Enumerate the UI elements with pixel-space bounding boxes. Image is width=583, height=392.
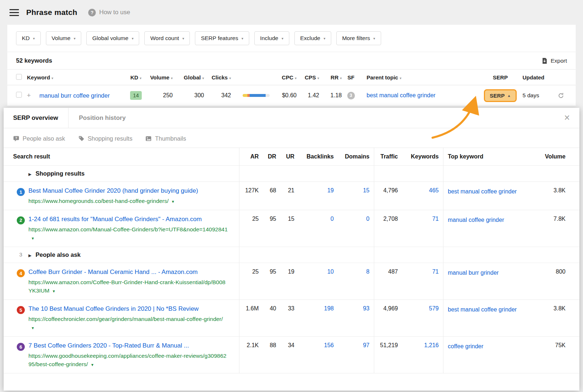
help-icon[interactable]: ? <box>88 9 96 16</box>
column-sf[interactable]: SF <box>342 74 360 81</box>
keywords-link[interactable]: 1,216 <box>402 337 443 373</box>
filter-include[interactable]: Include▾ <box>254 31 289 45</box>
filter-bar: KD▾Volume▾Global volume▾Word count▾SERP … <box>7 25 576 52</box>
tab-position-history[interactable]: Position history <box>69 108 125 128</box>
result-title-link[interactable]: Coffee Burr Grinder - Manual Ceramic Han… <box>28 268 198 275</box>
dr-value: 68 <box>263 182 281 210</box>
filter-kd[interactable]: KD▾ <box>16 31 41 45</box>
toggle-shopping-results[interactable]: Shopping results <box>78 135 133 142</box>
column-clicks[interactable]: Clicks▾ <box>204 74 231 81</box>
column-kd[interactable]: KD▾ <box>126 74 146 81</box>
kd-badge: 14 <box>130 91 142 100</box>
column-serp-volume: Volume <box>539 148 570 165</box>
filter-more-filters[interactable]: More filters▾ <box>336 31 381 45</box>
position-badge-cell: 4 <box>13 263 28 299</box>
column-keywords: Keywords <box>402 148 443 165</box>
result-url-text: https://www.amazon.com/Manual-Coffee-Gri… <box>28 226 228 232</box>
section-position <box>13 166 28 181</box>
column-keyword[interactable]: Keyword▾ <box>23 74 126 81</box>
domains-link[interactable]: 8 <box>338 263 374 299</box>
keywords-link[interactable]: 465 <box>402 182 443 210</box>
sort-caret-icon: ▾ <box>51 76 53 80</box>
result-url: https://www.homegrounds.co/best-hand-cof… <box>28 197 229 205</box>
expand-triangle-icon: ▶ <box>28 172 31 176</box>
export-button[interactable]: Export <box>542 58 567 64</box>
column-cpc[interactable]: CPC▾ <box>270 74 297 81</box>
toggle-label: Thumbnails <box>155 135 186 142</box>
column-cps[interactable]: CPS▾ <box>297 74 319 81</box>
serp-result-row-6: 67 Best Coffee Grinders 2020 - Top-Rated… <box>4 337 579 373</box>
select-all-checkbox[interactable] <box>16 74 22 80</box>
chevron-down-icon: ▾ <box>324 36 325 40</box>
backlinks-link[interactable]: 156 <box>299 337 338 373</box>
column-rr[interactable]: RR▾ <box>319 74 342 81</box>
column-backlinks: Backlinks <box>299 148 338 165</box>
column-parent-topic[interactable]: Parent topic▾ <box>360 74 478 81</box>
column-global[interactable]: Global▾ <box>173 74 204 81</box>
dr-value: 88 <box>263 337 281 373</box>
serp-result-row-2: 21-24 of 681 results for "Manual Coffee … <box>4 210 579 247</box>
search-result-cell: The 10 Best Manual Coffee Grinders in 20… <box>28 300 239 336</box>
menu-icon[interactable] <box>9 9 19 16</box>
ur-value: 21 <box>281 182 299 210</box>
chevron-down-icon: ▾ <box>373 36 375 40</box>
result-title-link[interactable]: The 10 Best Manual Coffee Grinders in 20… <box>28 305 199 312</box>
top-keyword-link[interactable]: coffee grinder <box>448 342 484 350</box>
filter-label: Word count <box>150 35 179 42</box>
section-header-shopping-results[interactable]: ▶Shopping results <box>28 166 239 181</box>
global-volume-value: 300 <box>173 92 204 99</box>
filter-volume[interactable]: Volume▾ <box>46 31 82 45</box>
backlinks-link[interactable]: 10 <box>299 263 338 299</box>
keyword-link[interactable]: manual burr coffee grinder <box>34 92 126 99</box>
toggle-people-also-ask[interactable]: ?People also ask <box>13 135 65 142</box>
keywords-link[interactable]: 71 <box>402 210 443 247</box>
toggle-thumbnails[interactable]: Thumbnails <box>145 135 186 142</box>
result-title-link[interactable]: 7 Best Coffee Grinders 2020 - Top-Rated … <box>28 342 189 349</box>
refresh-icon[interactable] <box>555 93 567 99</box>
help-link[interactable]: How to use <box>99 9 130 16</box>
url-dropdown-icon[interactable]: ▼ <box>31 236 35 240</box>
top-keyword-link[interactable]: best manual coffee grinder <box>448 305 517 314</box>
top-keyword-link[interactable]: manual coffee grinder <box>448 216 504 224</box>
domains-link[interactable]: 0 <box>338 210 374 247</box>
ur-value: 34 <box>281 337 299 373</box>
top-keyword-link[interactable]: best manual coffee grinder <box>448 187 517 196</box>
filter-global-volume[interactable]: Global volume▾ <box>86 31 139 45</box>
close-icon[interactable]: × <box>564 113 570 123</box>
volume-value: 250 <box>146 92 173 99</box>
top-keyword-link[interactable]: manual burr grinder <box>448 268 499 277</box>
add-to-list-icon[interactable]: + <box>23 91 34 99</box>
result-url: https://www.goodhousekeeping.com/applian… <box>28 352 229 369</box>
backlinks-link[interactable]: 198 <box>299 300 338 336</box>
parent-topic-link[interactable]: best manual coffee grinder <box>367 92 435 98</box>
domains-link[interactable]: 15 <box>338 182 374 210</box>
traffic-value: 487 <box>374 263 402 299</box>
url-dropdown-icon[interactable]: ▼ <box>31 326 35 330</box>
tab-serp-overview[interactable]: SERP overview <box>13 108 69 128</box>
url-dropdown-icon[interactable]: ▼ <box>52 289 56 293</box>
filter-serp-features[interactable]: SERP features▾ <box>195 31 249 45</box>
result-url-text: https://coffeechronicler.com/gear/grinde… <box>28 316 223 322</box>
backlinks-link[interactable]: 0 <box>299 210 338 247</box>
search-result-cell: Best Manual Coffee Grinder 2020 (hand gr… <box>28 182 239 210</box>
clicks-bar-chart <box>243 94 270 97</box>
result-title-link[interactable]: 1-24 of 681 results for "Manual Coffee G… <box>28 216 202 223</box>
row-checkbox[interactable] <box>16 92 22 98</box>
result-title-link[interactable]: Best Manual Coffee Grinder 2020 (hand gr… <box>28 187 198 194</box>
serp-section-people-also-ask: 3▶People also ask <box>4 247 579 263</box>
serp-features-badge[interactable]: 3 <box>347 92 355 99</box>
domains-link[interactable]: 93 <box>338 300 374 336</box>
backlinks-link[interactable]: 19 <box>299 182 338 210</box>
keywords-link[interactable]: 71 <box>402 263 443 299</box>
column-volume[interactable]: Volume▾ <box>146 74 173 81</box>
serp-button[interactable]: SERP▲ <box>484 89 517 102</box>
keywords-link[interactable]: 579 <box>402 300 443 336</box>
serp-toggle-bar: ?People also askShopping resultsThumbnai… <box>4 128 579 148</box>
ur-value: 19 <box>281 263 299 299</box>
filter-word-count[interactable]: Word count▾ <box>144 31 190 45</box>
section-header-people-also-ask[interactable]: ▶People also ask <box>28 247 239 263</box>
domains-link[interactable]: 97 <box>338 337 374 373</box>
url-dropdown-icon[interactable]: ▼ <box>171 200 175 204</box>
url-dropdown-icon[interactable]: ▼ <box>90 363 94 367</box>
filter-exclude[interactable]: Exclude▾ <box>294 31 331 45</box>
